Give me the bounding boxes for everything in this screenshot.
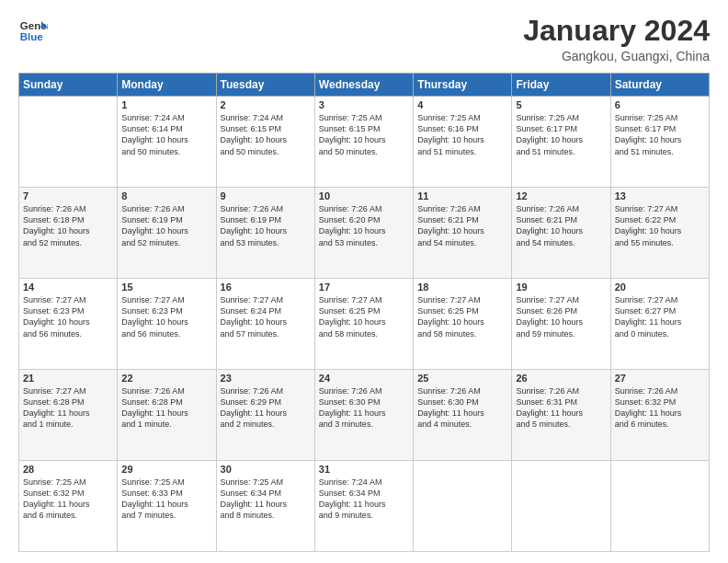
calendar-cell: 10Sunrise: 7:26 AMSunset: 6:20 PMDayligh…: [314, 188, 413, 279]
weekday-header: Wednesday: [314, 74, 413, 97]
calendar-cell: 9Sunrise: 7:26 AMSunset: 6:19 PMDaylight…: [216, 188, 314, 279]
day-number: 19: [516, 282, 606, 293]
calendar-cell: 25Sunrise: 7:26 AMSunset: 6:30 PMDayligh…: [414, 370, 512, 461]
day-info: Sunrise: 7:27 AMSunset: 6:22 PMDaylight:…: [615, 203, 705, 248]
day-info: Sunrise: 7:27 AMSunset: 6:23 PMDaylight:…: [121, 294, 211, 339]
day-info: Sunrise: 7:27 AMSunset: 6:28 PMDaylight:…: [23, 385, 113, 431]
day-number: 25: [417, 373, 507, 384]
calendar-cell: 3Sunrise: 7:25 AMSunset: 6:15 PMDaylight…: [314, 97, 413, 188]
day-info: Sunrise: 7:25 AMSunset: 6:15 PMDaylight:…: [319, 112, 409, 157]
calendar-cell: 11Sunrise: 7:26 AMSunset: 6:21 PMDayligh…: [414, 188, 512, 279]
calendar-table: SundayMondayTuesdayWednesdayThursdayFrid…: [18, 73, 710, 552]
day-number: 12: [516, 190, 606, 201]
day-info: Sunrise: 7:25 AMSunset: 6:34 PMDaylight:…: [221, 477, 311, 522]
weekday-header: Tuesday: [216, 74, 314, 97]
day-number: 5: [516, 99, 606, 110]
day-info: Sunrise: 7:24 AMSunset: 6:15 PMDaylight:…: [221, 112, 311, 157]
calendar-cell: 21Sunrise: 7:27 AMSunset: 6:28 PMDayligh…: [19, 370, 118, 461]
calendar-cell: 13Sunrise: 7:27 AMSunset: 6:22 PMDayligh…: [610, 188, 709, 279]
logo-icon: General Blue: [18, 15, 48, 44]
calendar-cell: 1Sunrise: 7:24 AMSunset: 6:14 PMDaylight…: [118, 97, 216, 188]
header: General Blue January 2024 Gangkou, Guang…: [18, 15, 710, 63]
month-title: January 2024: [523, 15, 710, 47]
day-number: 14: [23, 282, 113, 293]
calendar-cell: 4Sunrise: 7:25 AMSunset: 6:16 PMDaylight…: [414, 97, 512, 188]
weekday-header: Saturday: [610, 74, 709, 97]
day-info: Sunrise: 7:27 AMSunset: 6:27 PMDaylight:…: [615, 294, 705, 339]
title-block: January 2024 Gangkou, Guangxi, China: [523, 15, 710, 63]
day-number: 16: [221, 282, 311, 293]
day-number: 9: [221, 190, 311, 201]
calendar-cell: 19Sunrise: 7:27 AMSunset: 6:26 PMDayligh…: [512, 279, 610, 370]
day-number: 22: [121, 373, 211, 384]
day-number: 4: [417, 99, 507, 110]
day-info: Sunrise: 7:26 AMSunset: 6:19 PMDaylight:…: [221, 203, 311, 248]
day-info: Sunrise: 7:27 AMSunset: 6:23 PMDaylight:…: [23, 294, 113, 339]
day-info: Sunrise: 7:26 AMSunset: 6:32 PMDaylight:…: [615, 385, 705, 431]
day-info: Sunrise: 7:27 AMSunset: 6:25 PMDaylight:…: [319, 294, 409, 339]
day-number: 3: [319, 99, 409, 110]
day-info: Sunrise: 7:25 AMSunset: 6:33 PMDaylight:…: [121, 477, 211, 522]
day-info: Sunrise: 7:26 AMSunset: 6:19 PMDaylight:…: [121, 203, 211, 248]
day-info: Sunrise: 7:25 AMSunset: 6:17 PMDaylight:…: [516, 112, 606, 157]
day-info: Sunrise: 7:27 AMSunset: 6:26 PMDaylight:…: [516, 294, 606, 339]
calendar-cell: 27Sunrise: 7:26 AMSunset: 6:32 PMDayligh…: [610, 370, 709, 461]
day-number: 29: [121, 464, 211, 475]
day-info: Sunrise: 7:26 AMSunset: 6:30 PMDaylight:…: [417, 385, 507, 431]
day-info: Sunrise: 7:26 AMSunset: 6:18 PMDaylight:…: [23, 203, 113, 248]
day-number: 8: [121, 190, 211, 201]
calendar-cell: [512, 461, 610, 552]
day-number: 18: [417, 282, 507, 293]
day-info: Sunrise: 7:25 AMSunset: 6:32 PMDaylight:…: [23, 477, 113, 522]
day-number: 7: [23, 190, 113, 201]
day-number: 13: [615, 190, 705, 201]
weekday-header: Thursday: [414, 74, 512, 97]
logo: General Blue: [18, 15, 48, 44]
calendar-cell: 26Sunrise: 7:26 AMSunset: 6:31 PMDayligh…: [512, 370, 610, 461]
day-number: 20: [615, 282, 705, 293]
calendar-cell: 6Sunrise: 7:25 AMSunset: 6:17 PMDaylight…: [610, 97, 709, 188]
day-info: Sunrise: 7:26 AMSunset: 6:30 PMDaylight:…: [319, 385, 409, 431]
calendar-cell: 7Sunrise: 7:26 AMSunset: 6:18 PMDaylight…: [19, 188, 118, 279]
page: General Blue January 2024 Gangkou, Guang…: [0, 0, 728, 563]
day-info: Sunrise: 7:25 AMSunset: 6:17 PMDaylight:…: [615, 112, 705, 157]
day-number: 10: [319, 190, 409, 201]
day-info: Sunrise: 7:24 AMSunset: 6:34 PMDaylight:…: [319, 477, 409, 522]
day-info: Sunrise: 7:26 AMSunset: 6:29 PMDaylight:…: [221, 385, 311, 431]
day-number: 27: [615, 373, 705, 384]
day-number: 21: [23, 373, 113, 384]
day-number: 23: [221, 373, 311, 384]
weekday-header: Monday: [118, 74, 216, 97]
calendar-cell: 17Sunrise: 7:27 AMSunset: 6:25 PMDayligh…: [314, 279, 413, 370]
day-number: 26: [516, 373, 606, 384]
day-info: Sunrise: 7:26 AMSunset: 6:20 PMDaylight:…: [319, 203, 409, 248]
weekday-header: Friday: [512, 74, 610, 97]
day-number: 11: [417, 190, 507, 201]
calendar-cell: 15Sunrise: 7:27 AMSunset: 6:23 PMDayligh…: [118, 279, 216, 370]
day-number: 2: [221, 99, 311, 110]
calendar-cell: 16Sunrise: 7:27 AMSunset: 6:24 PMDayligh…: [216, 279, 314, 370]
day-info: Sunrise: 7:26 AMSunset: 6:21 PMDaylight:…: [417, 203, 507, 248]
day-info: Sunrise: 7:25 AMSunset: 6:16 PMDaylight:…: [417, 112, 507, 157]
calendar-cell: 2Sunrise: 7:24 AMSunset: 6:15 PMDaylight…: [216, 97, 314, 188]
day-number: 15: [121, 282, 211, 293]
day-number: 6: [615, 99, 705, 110]
calendar-cell: 31Sunrise: 7:24 AMSunset: 6:34 PMDayligh…: [314, 461, 413, 552]
day-number: 24: [319, 373, 409, 384]
calendar-cell: 28Sunrise: 7:25 AMSunset: 6:32 PMDayligh…: [19, 461, 118, 552]
calendar-cell: 22Sunrise: 7:26 AMSunset: 6:28 PMDayligh…: [118, 370, 216, 461]
day-info: Sunrise: 7:24 AMSunset: 6:14 PMDaylight:…: [121, 112, 211, 157]
calendar-cell: 5Sunrise: 7:25 AMSunset: 6:17 PMDaylight…: [512, 97, 610, 188]
calendar-cell: 30Sunrise: 7:25 AMSunset: 6:34 PMDayligh…: [216, 461, 314, 552]
calendar-cell: 20Sunrise: 7:27 AMSunset: 6:27 PMDayligh…: [610, 279, 709, 370]
day-info: Sunrise: 7:26 AMSunset: 6:31 PMDaylight:…: [516, 385, 606, 431]
svg-text:Blue: Blue: [20, 31, 44, 42]
calendar-cell: 18Sunrise: 7:27 AMSunset: 6:25 PMDayligh…: [414, 279, 512, 370]
calendar-cell: 23Sunrise: 7:26 AMSunset: 6:29 PMDayligh…: [216, 370, 314, 461]
day-info: Sunrise: 7:26 AMSunset: 6:28 PMDaylight:…: [121, 385, 211, 431]
calendar-cell: 12Sunrise: 7:26 AMSunset: 6:21 PMDayligh…: [512, 188, 610, 279]
day-info: Sunrise: 7:26 AMSunset: 6:21 PMDaylight:…: [516, 203, 606, 248]
calendar-cell: 29Sunrise: 7:25 AMSunset: 6:33 PMDayligh…: [118, 461, 216, 552]
day-number: 30: [221, 464, 311, 475]
day-number: 17: [319, 282, 409, 293]
